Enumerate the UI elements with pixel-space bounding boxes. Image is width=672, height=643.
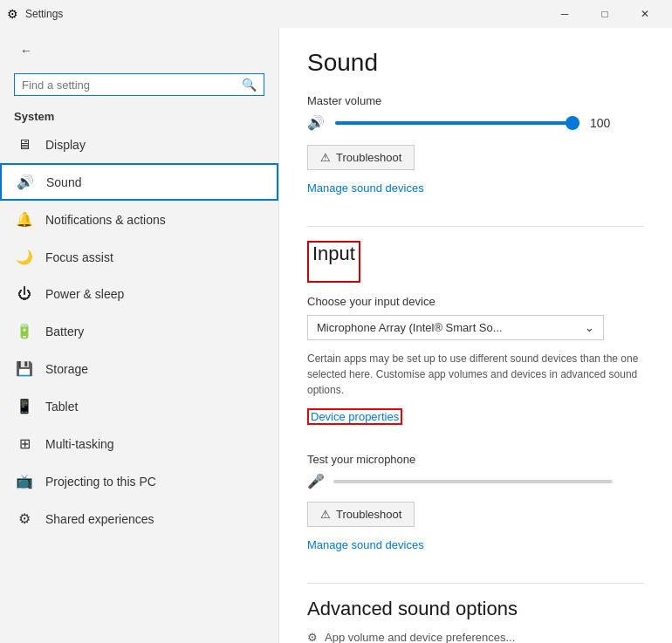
divider-2 [307, 583, 644, 584]
sidebar-item-tablet[interactable]: 📱 Tablet [0, 387, 278, 425]
input-device-label: Choose your input device [307, 295, 644, 308]
input-section-title: Input [312, 243, 355, 269]
input-hint-text: Certain apps may be set up to use differ… [307, 351, 644, 398]
window-controls: ─ □ ✕ [545, 0, 665, 28]
sidebar: ← 🔍 System 🖥 Display 🔊 Sound 🔔 Notificat… [0, 28, 279, 643]
sidebar-item-label: Notifications & actions [45, 213, 166, 227]
volume-value: 100 [590, 116, 616, 130]
divider-1 [307, 226, 644, 227]
mic-level-track [333, 480, 613, 483]
sidebar-item-battery[interactable]: 🔋 Battery [0, 312, 278, 350]
sidebar-item-power[interactable]: ⏻ Power & sleep [0, 276, 278, 312]
master-volume-label: Master volume [307, 94, 644, 107]
search-box[interactable]: 🔍 [14, 73, 264, 96]
sidebar-header: ← [0, 28, 278, 73]
troubleshoot-label-2: Troubleshoot [336, 508, 401, 521]
sidebar-item-multitasking[interactable]: ⊞ Multi-tasking [0, 425, 278, 462]
search-icon: 🔍 [242, 78, 257, 92]
sidebar-item-label: Display [45, 138, 86, 152]
main-content: Sound Master volume 🔊 100 ⚠ Troubleshoot… [279, 28, 672, 643]
tablet-icon: 📱 [16, 398, 33, 414]
close-button[interactable]: ✕ [625, 0, 665, 28]
minimize-button[interactable]: ─ [545, 0, 585, 28]
sidebar-item-focus[interactable]: 🌙 Focus assist [0, 238, 278, 276]
page-title: Sound [307, 49, 644, 77]
notifications-icon: 🔔 [16, 211, 33, 228]
chevron-down-icon: ⌄ [585, 321, 594, 334]
system-section-title: System [0, 103, 278, 127]
power-icon: ⏻ [16, 286, 33, 302]
sidebar-item-projecting[interactable]: 📺 Projecting to this PC [0, 462, 278, 500]
input-device-value: Microphone Array (Intel® Smart So... [317, 321, 503, 334]
app-vol-row: ⚙ App volume and device preferences... [307, 631, 644, 643]
volume-icon: 🔊 [307, 114, 325, 131]
sound-icon: 🔊 [17, 174, 34, 190]
projecting-icon: 📺 [16, 473, 33, 489]
app-vol-icon: ⚙ [307, 631, 318, 643]
warning-icon: ⚠ [320, 151, 331, 164]
app-container: ← 🔍 System 🖥 Display 🔊 Sound 🔔 Notificat… [0, 28, 672, 643]
sidebar-item-label: Battery [45, 325, 84, 339]
title-bar: ⚙ Settings ─ □ ✕ [0, 0, 672, 28]
storage-icon: 💾 [16, 360, 33, 377]
back-button[interactable]: ← [14, 38, 38, 63]
mic-test-row: 🎤 [307, 473, 644, 489]
volume-slider[interactable] [335, 121, 579, 125]
sidebar-item-shared[interactable]: ⚙ Shared experiences [0, 500, 278, 537]
mic-icon: 🎤 [307, 473, 325, 489]
input-device-dropdown[interactable]: Microphone Array (Intel® Smart So... ⌄ [307, 315, 604, 340]
sidebar-item-sound[interactable]: 🔊 Sound [0, 163, 278, 201]
shared-icon: ⚙ [16, 510, 33, 527]
app-vol-label: App volume and device preferences... [325, 631, 515, 643]
title-bar-title: Settings [25, 8, 63, 20]
sidebar-item-label: Storage [45, 362, 88, 376]
manage-sound-devices-link-2[interactable]: Manage sound devices [307, 538, 424, 551]
sidebar-item-label: Shared experiences [45, 512, 154, 526]
app-icon: ⚙ [7, 7, 18, 21]
search-input[interactable] [22, 79, 237, 92]
volume-row: 🔊 100 [307, 114, 644, 131]
sidebar-item-notifications[interactable]: 🔔 Notifications & actions [0, 201, 278, 238]
device-properties-link[interactable]: Device properties [307, 408, 402, 425]
sidebar-item-label: Projecting to this PC [45, 475, 156, 489]
display-icon: 🖥 [16, 137, 33, 153]
multitasking-icon: ⊞ [16, 435, 33, 452]
sidebar-item-label: Multi-tasking [45, 437, 114, 451]
advanced-sound-title: Advanced sound options [307, 598, 644, 620]
sidebar-item-label: Power & sleep [45, 287, 124, 301]
test-microphone-label: Test your microphone [307, 453, 644, 466]
battery-icon: 🔋 [16, 323, 33, 339]
sidebar-item-display[interactable]: 🖥 Display [0, 127, 278, 163]
troubleshoot-label: Troubleshoot [336, 151, 401, 164]
manage-sound-devices-link[interactable]: Manage sound devices [307, 181, 424, 195]
sidebar-item-label: Focus assist [45, 250, 113, 264]
troubleshoot-button-input[interactable]: ⚠ Troubleshoot [307, 502, 415, 527]
sidebar-item-storage[interactable]: 💾 Storage [0, 350, 278, 387]
troubleshoot-button-output[interactable]: ⚠ Troubleshoot [307, 145, 415, 170]
warning-icon-2: ⚠ [320, 508, 331, 521]
maximize-button[interactable]: □ [585, 0, 625, 28]
focus-icon: 🌙 [16, 249, 33, 265]
sidebar-item-label: Sound [46, 175, 81, 189]
sidebar-item-label: Tablet [45, 400, 78, 414]
